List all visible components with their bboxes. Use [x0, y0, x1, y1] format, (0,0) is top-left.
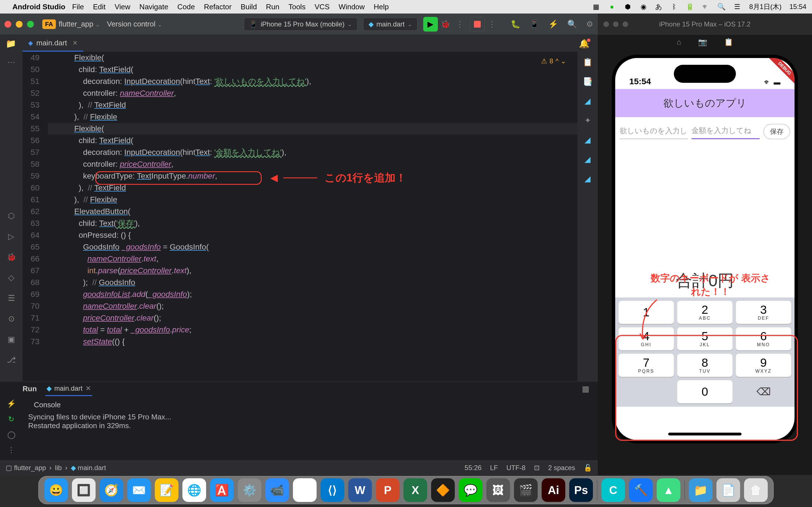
run-panel-label[interactable]: Run: [22, 382, 37, 396]
keypad-key-⌫[interactable]: ⌫: [736, 380, 791, 403]
minimize-window[interactable]: [16, 21, 22, 27]
code-line[interactable]: GoodsInfo _goodsInfo = GoodsInfo(: [48, 241, 577, 253]
menubar-date[interactable]: 8月1日(木): [749, 2, 781, 11]
dock-app-photoshop[interactable]: Ps: [569, 478, 593, 502]
dock-app-trash[interactable]: 🗑: [744, 478, 768, 502]
dock-app-appstore[interactable]: 🅰️: [210, 478, 234, 502]
stop-button[interactable]: [470, 17, 485, 32]
tool-icon[interactable]: 📑: [583, 77, 593, 86]
maximize-window[interactable]: [27, 21, 34, 27]
attach-debugger-icon[interactable]: 🐛: [511, 19, 520, 29]
git-icon[interactable]: ⎇: [7, 355, 16, 364]
structure-icon[interactable]: ⋯: [7, 57, 15, 67]
run-button[interactable]: ▶: [423, 17, 438, 32]
tool-icon[interactable]: 📋: [583, 57, 593, 67]
code-line[interactable]: decoration: InputDecoration(hintText: '欲…: [48, 75, 577, 87]
code-line[interactable]: setState(() {: [48, 336, 577, 348]
keypad-key-5[interactable]: 5JKL: [677, 327, 732, 350]
dock-app-chrome[interactable]: 🌐: [183, 478, 206, 502]
dock-app-safari[interactable]: 🧭: [100, 478, 123, 502]
debug-tool-icon[interactable]: 🐞: [6, 252, 16, 262]
line-icon[interactable]: ●: [608, 3, 616, 11]
stop-icon[interactable]: ◯: [7, 431, 15, 439]
status-icon[interactable]: ◉: [640, 3, 647, 11]
dock-app-powerpoint[interactable]: P: [376, 478, 400, 502]
flash-icon[interactable]: ⚡: [7, 399, 16, 408]
flutter-icon[interactable]: ◢: [585, 155, 591, 164]
minimize-window[interactable]: [613, 21, 619, 27]
close-window[interactable]: [4, 21, 11, 27]
code-line[interactable]: total = total + _goodsInfo.price;: [48, 324, 577, 336]
flash-icon[interactable]: ⚡: [548, 19, 558, 29]
menu-window[interactable]: Window: [339, 3, 364, 11]
code-line[interactable]: Flexible(: [48, 52, 577, 64]
keypad-key-1[interactable]: 1: [619, 301, 674, 324]
dock-app-zoom[interactable]: 📹: [265, 478, 289, 502]
menu-view[interactable]: View: [114, 3, 130, 11]
bluetooth-icon[interactable]: ᛒ: [670, 3, 678, 11]
close-window[interactable]: [603, 21, 609, 27]
dock-app-mail[interactable]: ✉️: [127, 478, 151, 502]
control-center-icon[interactable]: ☰: [733, 3, 741, 11]
keypad-key-7[interactable]: 7PQRS: [619, 354, 674, 377]
lock-icon[interactable]: 🔓: [583, 464, 592, 472]
maximize-window[interactable]: [622, 21, 628, 27]
dock-app-finder[interactable]: 😀: [44, 478, 68, 502]
dock-app-notes[interactable]: 📝: [155, 478, 179, 502]
battery-icon[interactable]: 🔋: [686, 3, 694, 11]
code-line[interactable]: child: TextField(: [48, 135, 577, 147]
dock-app-launchpad[interactable]: 🔲: [72, 478, 96, 502]
code-line[interactable]: onPressed: () {: [48, 229, 577, 241]
restart-icon[interactable]: ↻: [8, 415, 14, 424]
overflow-button[interactable]: ⋮: [485, 17, 499, 32]
encoding[interactable]: UTF-8: [506, 464, 525, 472]
dock-app-canva[interactable]: C: [601, 478, 625, 502]
code-line[interactable]: ), // TextField: [48, 99, 577, 111]
breadcrumb-file[interactable]: ◆ main.dart: [71, 464, 106, 472]
project-selector[interactable]: flutter_app ⌄: [59, 20, 100, 29]
dock-app-xcode[interactable]: 🔨: [629, 478, 653, 502]
menubar-app-name[interactable]: Android Studio: [12, 3, 65, 11]
name-textfield[interactable]: 欲しいものを入力し…: [620, 123, 688, 139]
line-separator[interactable]: LF: [490, 464, 498, 472]
menu-help[interactable]: Help: [374, 3, 389, 11]
code-line[interactable]: nameController.clear();: [48, 300, 577, 312]
layout-icon[interactable]: ▦: [582, 384, 589, 393]
menu-edit[interactable]: Edit: [93, 3, 106, 11]
code-line[interactable]: ), // Flexible: [48, 111, 577, 123]
project-tool-icon[interactable]: 📁: [6, 39, 16, 48]
dock-app-androidstudio[interactable]: ▲: [657, 478, 680, 502]
flutter-icon[interactable]: ◢: [585, 174, 591, 183]
menu-build[interactable]: Build: [241, 3, 257, 11]
run-tool-icon[interactable]: ▷: [8, 232, 14, 241]
version-control-selector[interactable]: Version control ⌄: [107, 20, 162, 29]
tool-icon[interactable]: ☰: [8, 293, 15, 303]
copy-icon[interactable]: 📋: [724, 38, 733, 47]
dock-app-settings[interactable]: ⚙️: [238, 478, 261, 502]
menu-code[interactable]: Code: [177, 3, 195, 11]
ai-icon[interactable]: ✦: [585, 116, 591, 125]
status-icon[interactable]: ⬢: [624, 3, 631, 11]
ime-indicator[interactable]: あ: [655, 2, 662, 11]
save-button[interactable]: 保存: [763, 124, 790, 139]
settings-icon[interactable]: ⚙: [586, 19, 593, 29]
dock-app-figma[interactable]: 🔶: [431, 478, 455, 502]
close-tab-icon[interactable]: ✕: [72, 40, 78, 47]
keypad-key-2[interactable]: 2ABC: [677, 301, 732, 324]
menu-navigate[interactable]: Navigate: [139, 3, 168, 11]
warnings-indicator[interactable]: ⚠ 8 ^ ⌄: [541, 55, 566, 67]
keypad-key-3[interactable]: 3DEF: [736, 301, 791, 324]
dock-app-fcpx[interactable]: 🎬: [514, 478, 538, 502]
more-icon[interactable]: ⋮: [8, 446, 15, 455]
screenshot-icon[interactable]: 📷: [698, 38, 707, 47]
tab-main-dart[interactable]: ◆ main.dart ✕: [22, 35, 83, 52]
menu-vcs[interactable]: VCS: [315, 3, 329, 11]
menubar-time[interactable]: 15:54: [790, 3, 806, 11]
keypad-key-9[interactable]: 9WXYZ: [736, 354, 791, 377]
wifi-icon[interactable]: ᯤ: [702, 3, 710, 11]
dock-app-downloads[interactable]: 📁: [689, 478, 712, 502]
dock-app-docs[interactable]: 📄: [716, 478, 740, 502]
status-icon[interactable]: ⊡: [534, 464, 540, 472]
code-line[interactable]: ElevatedButton(: [48, 206, 577, 217]
flutter-icon[interactable]: ◢: [585, 135, 591, 145]
